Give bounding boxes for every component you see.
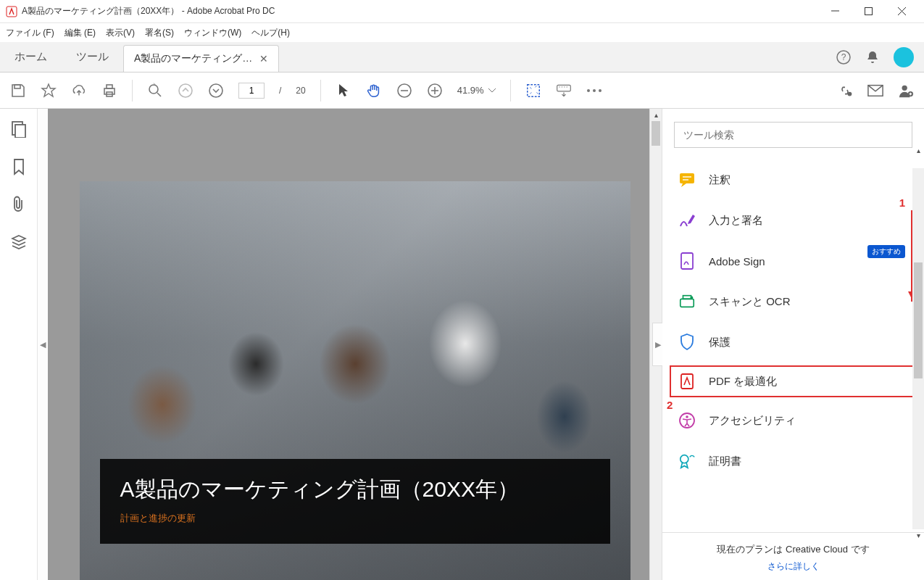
- window-title: A製品のマーケティング計画（20XX年） - Adobe Acrobat Pro…: [22, 5, 818, 17]
- menu-window[interactable]: ウィンドウ(W): [184, 27, 241, 39]
- svg-point-26: [587, 89, 590, 92]
- pdf-page: A製品のマーケティング計画（20XX年） 計画と進捗の更新: [80, 181, 630, 580]
- tab-close-icon[interactable]: ✕: [259, 53, 268, 65]
- user-avatar[interactable]: [894, 47, 914, 67]
- tab-tools[interactable]: ツール: [62, 42, 123, 72]
- learn-more-link[interactable]: さらに詳しく: [662, 560, 924, 573]
- keyboard-down-icon[interactable]: [556, 83, 572, 99]
- svg-point-22: [559, 86, 559, 87]
- tool-certificates[interactable]: 証明書: [662, 441, 924, 481]
- svg-rect-42: [683, 296, 691, 299]
- tools-panel: ▶ 1 2 注釈 入力と署名 おすすめ Adobe Sign スキ: [662, 109, 924, 580]
- bookmark-icon[interactable]: [12, 158, 25, 175]
- svg-rect-9: [107, 85, 112, 88]
- tool-label: 保護: [709, 336, 731, 349]
- certificate-icon: [678, 452, 696, 470]
- svg-line-12: [157, 93, 161, 96]
- tool-comment[interactable]: 注釈: [662, 160, 924, 200]
- cloud-upload-icon[interactable]: [71, 83, 87, 99]
- svg-rect-2: [865, 8, 872, 15]
- left-panel-toggle[interactable]: ◀: [38, 109, 48, 580]
- tool-label: スキャンと OCR: [709, 295, 791, 309]
- close-button[interactable]: [885, 0, 918, 23]
- tool-label: Adobe Sign: [709, 255, 765, 268]
- mail-icon[interactable]: [867, 83, 883, 99]
- panel-footer: 現在のプランは Creative Cloud です さらに詳しく: [662, 532, 924, 580]
- page-separator: /: [279, 86, 281, 96]
- panel-scroll-thumb[interactable]: [914, 262, 923, 378]
- tab-row: ホーム ツール A製品のマーケティング… ✕ ?: [0, 42, 924, 72]
- link-share-icon[interactable]: [837, 83, 853, 99]
- page-up-icon[interactable]: [178, 83, 193, 99]
- minimize-button[interactable]: [818, 0, 852, 23]
- hand-icon[interactable]: [366, 83, 382, 99]
- zoom-out-icon[interactable]: [396, 83, 412, 99]
- zoom-dropdown[interactable]: 41.9%: [457, 85, 496, 96]
- right-panel-toggle[interactable]: ▶: [652, 323, 662, 366]
- slide-caption: A製品のマーケティング計画（20XX年） 計画と進捗の更新: [100, 459, 610, 544]
- tool-fill-sign[interactable]: 入力と署名: [662, 200, 924, 241]
- tools-search-input[interactable]: [674, 122, 912, 148]
- find-icon[interactable]: [147, 83, 163, 99]
- help-icon[interactable]: ?: [836, 49, 852, 65]
- slide-title: A製品のマーケティング計画（20XX年）: [120, 475, 590, 505]
- pointer-icon[interactable]: [336, 83, 351, 99]
- title-bar: A製品のマーケティング計画（20XX年） - Adobe Acrobat Pro…: [0, 0, 924, 23]
- document-viewport[interactable]: ◀ A製品のマーケティング計画（20XX年） 計画と進捗の更新 ▴: [38, 109, 662, 580]
- comment-icon: [678, 171, 696, 188]
- scroll-up-icon[interactable]: ▴: [650, 109, 662, 121]
- panel-scrollbar[interactable]: ▴ ▾: [912, 168, 924, 529]
- recommend-badge: おすすめ: [867, 245, 905, 258]
- left-rail: [0, 109, 38, 580]
- content-area: ◀ A製品のマーケティング計画（20XX年） 計画と進捗の更新 ▴ ▶ 1 2: [0, 109, 924, 580]
- menu-sign[interactable]: 署名(S): [145, 27, 174, 39]
- fit-page-icon[interactable]: [525, 83, 541, 99]
- tab-document[interactable]: A製品のマーケティング… ✕: [123, 45, 279, 72]
- tool-protect[interactable]: 保護: [662, 322, 924, 362]
- svg-rect-20: [527, 84, 539, 96]
- menu-view[interactable]: 表示(V): [106, 27, 135, 39]
- tool-label: PDF を最適化: [709, 375, 777, 389]
- svg-rect-41: [680, 299, 694, 307]
- svg-rect-8: [104, 88, 115, 94]
- document-sign-icon: [678, 252, 696, 270]
- tool-label: 証明書: [709, 455, 741, 468]
- layers-icon[interactable]: [10, 233, 28, 251]
- page-total: 20: [296, 86, 305, 96]
- menu-edit[interactable]: 編集 (E): [64, 27, 96, 39]
- bell-icon[interactable]: [865, 49, 881, 65]
- svg-point-47: [680, 455, 688, 463]
- attachment-icon[interactable]: [12, 196, 26, 213]
- tool-accessibility[interactable]: アクセシビリティ: [662, 400, 924, 441]
- zoom-in-icon[interactable]: [427, 83, 443, 99]
- svg-point-31: [902, 85, 907, 90]
- svg-point-24: [564, 86, 565, 87]
- tool-label: アクセシビリティ: [709, 414, 796, 428]
- page-down-icon[interactable]: [208, 83, 224, 99]
- thumbnails-icon[interactable]: [11, 120, 27, 138]
- print-icon[interactable]: [101, 83, 117, 99]
- maximize-button[interactable]: [852, 0, 885, 23]
- svg-rect-21: [557, 85, 570, 91]
- main-toolbar: / 20 41.9%: [0, 72, 924, 109]
- scroll-thumb[interactable]: [652, 121, 660, 146]
- menu-file[interactable]: ファイル (F): [6, 27, 54, 39]
- svg-rect-36: [15, 125, 25, 138]
- page-number-input[interactable]: [238, 83, 265, 99]
- svg-point-13: [179, 84, 192, 97]
- menu-help[interactable]: ヘルプ(H): [251, 27, 290, 39]
- tool-scan-ocr[interactable]: スキャンと OCR: [662, 281, 924, 322]
- add-person-icon[interactable]: [898, 83, 914, 99]
- svg-point-29: [847, 91, 852, 96]
- tool-label: 入力と署名: [709, 214, 763, 228]
- accessibility-icon: [678, 412, 696, 429]
- tab-home[interactable]: ホーム: [0, 42, 62, 72]
- tool-adobe-sign[interactable]: おすすめ Adobe Sign: [662, 241, 924, 281]
- tool-optimize-pdf[interactable]: PDF を最適化: [668, 364, 918, 399]
- star-icon[interactable]: [41, 83, 57, 99]
- more-icon[interactable]: [586, 83, 602, 99]
- save-icon[interactable]: [10, 83, 26, 99]
- panel-scroll-up-icon[interactable]: ▴: [912, 146, 924, 154]
- svg-point-14: [209, 84, 222, 97]
- panel-scroll-down-icon[interactable]: ▾: [912, 531, 924, 539]
